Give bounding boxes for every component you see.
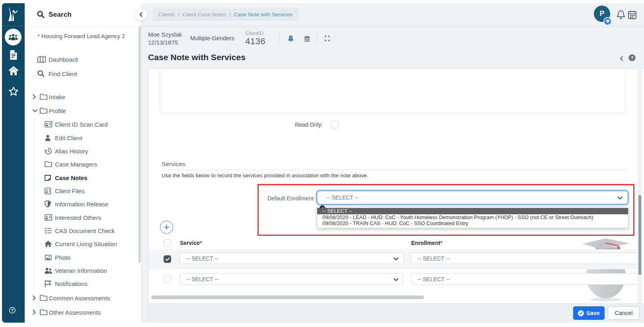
cancel-button[interactable]: Cancel (608, 306, 640, 320)
row-2-enrollment-select[interactable]: -- SELECT -- (411, 273, 638, 285)
sidebar-item-notifications[interactable]: Notifications (45, 279, 88, 288)
sidebar-item-client-files[interactable]: Client Files (45, 186, 84, 196)
topbar: Clients / Client Case Notes / Case Note … (142, 3, 644, 26)
client-calendar-icon[interactable] (304, 36, 310, 42)
row-1-checkbox[interactable] (164, 255, 171, 263)
dashboard-icon (37, 56, 49, 63)
enrollment-dropdown-list: -- SELECT -- 09/08/2020 - LEAD - HUD: Co… (317, 207, 628, 228)
calendar-topbar-icon[interactable] (628, 10, 636, 19)
breadcrumb: Clients / Client Case Notes / Case Note … (152, 8, 299, 21)
check-icon (165, 257, 170, 261)
sidebar-scrollbar[interactable] (139, 26, 141, 263)
check-circle-icon (578, 310, 584, 316)
collapse-chevron-icon[interactable] (619, 56, 623, 61)
row-2-checkbox[interactable] (164, 275, 171, 283)
client-header: Moe Szyslak 12/13/1875 Multiple-Genders … (142, 26, 644, 50)
sidebar-item-cas-document-check[interactable]: CAS Document Check (45, 226, 115, 235)
service-row-1: -- SELECT -- -- SELECT -- (149, 249, 638, 269)
help-icon[interactable]: ? (9, 307, 16, 313)
training-badge[interactable] (603, 17, 612, 25)
scrollbar-thumb[interactable] (638, 195, 641, 275)
page-title-row: Case Note with Services ? (142, 50, 644, 69)
chevron-down-icon (393, 256, 399, 262)
folder-icon (40, 309, 49, 315)
read-only-checkbox[interactable] (331, 121, 338, 128)
history-icon (45, 148, 55, 155)
sidebar-item-current-living-situation[interactable]: Current Living Situation (45, 239, 117, 249)
sidebar-item-intake[interactable]: Intake (33, 92, 65, 102)
row-1-service-select[interactable]: -- SELECT -- (180, 253, 404, 264)
chevron-right-icon (33, 296, 40, 300)
dropdown-option[interactable]: 09/08/2020 - LEAD - HUD: CoC - Youth Hom… (317, 214, 628, 221)
sidebar-item-photo[interactable]: Photo (45, 253, 70, 262)
notifications-bell-icon[interactable] (617, 10, 625, 20)
dropdown-option[interactable]: -- SELECT -- (317, 208, 628, 214)
sidebar-item-veteran-information[interactable]: Veteran Information (45, 266, 107, 275)
chevron-right-icon (33, 94, 40, 99)
enrollment-column-header: Enrollment* (411, 240, 443, 246)
sidebar-item-common-assessments[interactable]: Common Assessments (33, 293, 110, 303)
folder-icon (40, 108, 49, 114)
logo-box[interactable] (2, 3, 25, 26)
shield-icon (45, 200, 55, 208)
chevron-down-icon (617, 195, 623, 201)
home2-icon (45, 241, 55, 247)
sidebar-search[interactable]: Search (25, 3, 141, 26)
sidebar-item-other-assessments[interactable]: Other Assessments (33, 307, 101, 317)
sidebar-item-profile[interactable]: Profile (33, 106, 66, 116)
chevron-left-icon (139, 12, 143, 17)
main-area: Clients / Client Case Notes / Case Note … (142, 3, 644, 323)
note-textarea[interactable] (159, 69, 626, 114)
select-all-checkbox[interactable] (164, 239, 171, 247)
collapse-sidebar-button[interactable] (135, 8, 147, 21)
breadcrumb-client-case-notes[interactable]: Client Case Notes (183, 12, 226, 18)
person-icon (45, 135, 55, 141)
horizontal-scrollbar[interactable] (151, 296, 424, 299)
default-enrollment-select[interactable]: -- SELECT -- (316, 190, 628, 205)
svg-text:?: ? (630, 55, 633, 60)
service-column-header: Service* (180, 240, 202, 246)
page-help-icon[interactable]: ? (628, 54, 636, 61)
chevron-down-icon (33, 109, 40, 112)
sidebar-item-information-release[interactable]: Information Release (45, 199, 108, 209)
chevron-down-icon (393, 277, 399, 282)
default-enrollment-label: Default Enrollment: (252, 195, 315, 202)
checklist-icon (45, 227, 55, 234)
grad-cap-badge-icon (605, 20, 610, 23)
clarity-logo-icon (8, 7, 18, 22)
clients-rail-button[interactable] (5, 29, 21, 45)
client-dob: 12/13/1875 (148, 39, 182, 47)
table-header-row: Service* Enrollment* (149, 237, 638, 249)
client-name-dob: Moe Szyslak 12/13/1875 (148, 31, 182, 46)
sidebar-item-alias-history[interactable]: Alias History (45, 146, 88, 156)
add-service-row-button[interactable] (160, 221, 173, 234)
dropdown-option[interactable]: 09/08/2020 - TRAIN CAS - HUD: CoC - SSO … (317, 220, 628, 227)
caseload-icon[interactable] (9, 50, 18, 60)
services-description: Use the fields below to record the servi… (162, 172, 368, 178)
row-1-enrollment-select[interactable]: -- SELECT -- (411, 253, 638, 264)
svg-text:?: ? (11, 308, 14, 313)
save-button[interactable]: Save (573, 306, 605, 320)
sidebar-item-dashboard[interactable]: Dashboard (37, 55, 78, 64)
row-2-service-select[interactable]: -- SELECT -- (180, 273, 404, 285)
flag-icon (45, 280, 55, 287)
sidebar-item-case-managers[interactable]: Case Managers (45, 159, 97, 169)
folder-icon (45, 161, 55, 167)
sidebar-item-edit-client[interactable]: Edit Client (45, 133, 82, 143)
sidebar-item-case-notes[interactable]: Case Notes (45, 173, 88, 182)
services-heading: Services (162, 161, 185, 168)
home-icon[interactable] (8, 66, 18, 75)
sidebar-item-interested-others[interactable]: Interested Others (45, 213, 101, 222)
sidebar-item-find-client[interactable]: Find Client (37, 69, 77, 78)
star-icon[interactable] (8, 86, 18, 96)
vertical-scrollbar[interactable] (638, 69, 644, 304)
client-name: Moe Szyslak (148, 31, 182, 39)
fullscreen-icon[interactable] (325, 35, 330, 41)
client-gender: Multiple-Genders (190, 26, 234, 50)
client-id-block: ClientID 4136 (245, 30, 265, 47)
breadcrumb-clients[interactable]: Clients (158, 12, 175, 18)
sidebar-item-client-id-scan-card[interactable]: Client ID Scan Card (45, 119, 108, 129)
idcard-icon (45, 121, 55, 127)
agency-label[interactable]: * Housing Forward Lead Agency 2 (37, 33, 125, 39)
client-bell-icon[interactable] (288, 35, 293, 42)
